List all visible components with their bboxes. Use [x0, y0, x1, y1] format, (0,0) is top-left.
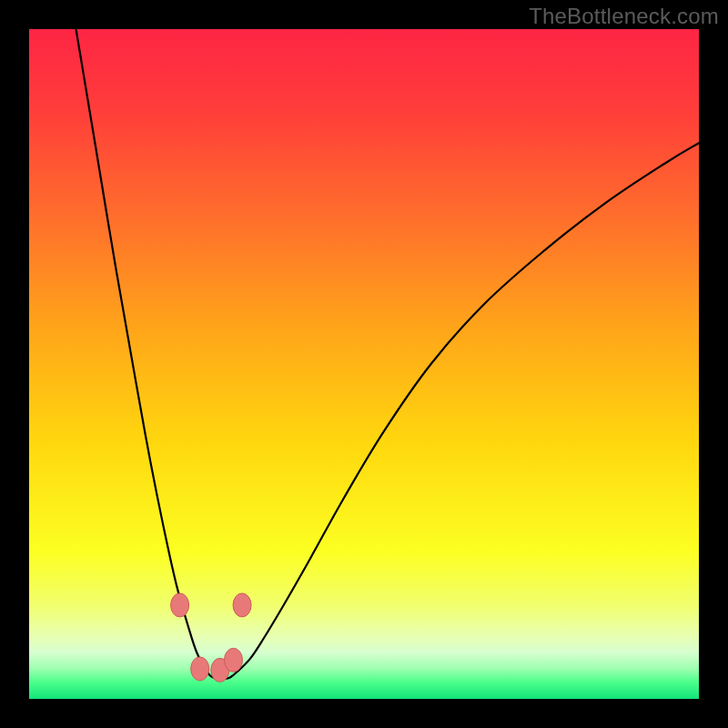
data-marker: [171, 593, 189, 617]
watermark-text: TheBottleneck.com: [529, 4, 719, 29]
curve-markers: [171, 593, 251, 682]
chart-overlay: [29, 29, 699, 699]
data-marker: [224, 648, 242, 672]
bottleneck-curve: [76, 29, 699, 679]
plot-area: [29, 29, 699, 699]
data-marker: [233, 593, 251, 617]
chart-frame: TheBottleneck.com: [0, 0, 728, 728]
data-marker: [191, 657, 209, 681]
